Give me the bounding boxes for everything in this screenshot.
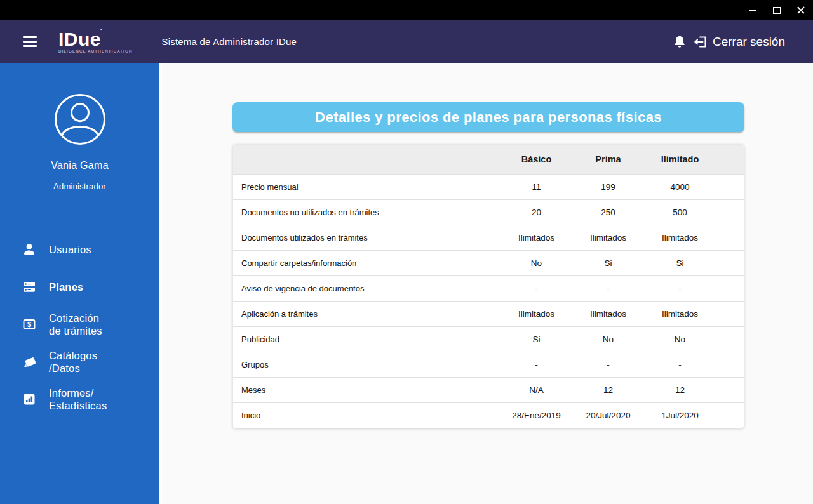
table-row: Documentos no utilizados en trámites 20 … bbox=[233, 199, 744, 225]
table-row: Grupos - - - bbox=[233, 352, 744, 377]
row-label: Inicio bbox=[233, 402, 501, 428]
row-label: Aplicación a trámites bbox=[233, 301, 501, 326]
cell-basico: - bbox=[501, 275, 572, 301]
cell-ilimitado: 12 bbox=[644, 377, 716, 402]
row-label: Publicidad bbox=[233, 326, 501, 352]
cell-ilimitado: 4000 bbox=[644, 174, 716, 199]
row-label: Meses bbox=[233, 377, 501, 402]
quote-icon: $ bbox=[22, 317, 37, 332]
hamburger-menu-button[interactable] bbox=[20, 34, 39, 50]
cell-prima: 250 bbox=[572, 199, 644, 225]
sidebar-item-catalogos[interactable]: Catálogos /Datos bbox=[0, 349, 159, 375]
brand-tagline: DILIGENCE AUTHENTICATION bbox=[58, 50, 133, 53]
cell-basico: Ilimitados bbox=[501, 301, 572, 326]
sidebar-item-planes[interactable]: Planes bbox=[0, 274, 159, 300]
plans-table-card: Básico Prima Ilimitado Precio mensual 11… bbox=[232, 144, 744, 428]
minimize-icon bbox=[749, 10, 756, 11]
svg-text:$: $ bbox=[27, 321, 31, 328]
row-label: Grupos bbox=[233, 352, 501, 377]
page-title: Detalles y precios de planes para person… bbox=[315, 109, 662, 126]
sidebar: Vania Gama Administrador Usuarios bbox=[0, 63, 159, 504]
maximize-button[interactable] bbox=[765, 0, 789, 20]
notifications-button[interactable] bbox=[673, 35, 687, 49]
cell-ilimitado: - bbox=[644, 352, 716, 377]
app-title: Sistema de Administrador IDue bbox=[162, 36, 297, 47]
cell-basico: 20 bbox=[501, 199, 572, 225]
menu-icon bbox=[23, 36, 37, 38]
cell-ilimitado: - bbox=[644, 275, 716, 301]
table-row: Meses N/A 12 12 bbox=[233, 377, 744, 402]
logout-button[interactable]: Cerrar sesión bbox=[693, 34, 785, 50]
minimize-button[interactable] bbox=[741, 0, 765, 20]
sidebar-item-cotizacion[interactable]: $ Cotización de trámites bbox=[0, 312, 159, 337]
brand-name: IDue bbox=[58, 30, 101, 49]
cell-prima: Ilimitados bbox=[572, 225, 644, 250]
cell-basico: Si bbox=[501, 326, 572, 352]
users-icon bbox=[22, 242, 37, 257]
table-row: Compartir carpetas/información No Si Si bbox=[233, 250, 744, 275]
page-title-banner: Detalles y precios de planes para person… bbox=[232, 102, 744, 132]
main-content: Detalles y precios de planes para person… bbox=[162, 63, 813, 504]
cell-prima: Si bbox=[572, 250, 644, 275]
cell-basico: N/A bbox=[501, 377, 572, 402]
row-label: Precio mensual bbox=[233, 174, 501, 199]
sidebar-item-label: Usuarios bbox=[49, 243, 91, 256]
cell-prima: Ilimitados bbox=[572, 301, 644, 326]
sidebar-item-informes[interactable]: Informes/ Estadísticas bbox=[0, 387, 159, 412]
table-row: Inicio 28/Ene/2019 20/Jul/2020 1Jul/2020 bbox=[233, 402, 744, 428]
cell-ilimitado: 1Jul/2020 bbox=[644, 402, 716, 428]
cell-basico: No bbox=[501, 250, 572, 275]
cell-prima: No bbox=[572, 326, 644, 352]
sidebar-item-label: Catálogos /Datos bbox=[49, 349, 97, 375]
logout-label: Cerrar sesión bbox=[713, 35, 785, 49]
cell-prima: - bbox=[572, 352, 644, 377]
brand-logo: IDue´ DILIGENCE AUTHENTICATION bbox=[58, 30, 133, 53]
close-button[interactable] bbox=[789, 0, 813, 20]
maximize-icon bbox=[773, 7, 781, 14]
sidebar-item-usuarios[interactable]: Usuarios bbox=[0, 237, 159, 262]
row-label: Aviso de vigencia de documentos bbox=[233, 275, 501, 301]
table-row: Aplicación a trámites Ilimitados Ilimita… bbox=[233, 301, 744, 326]
table-row: Aviso de vigencia de documentos - - - bbox=[233, 275, 744, 301]
brand-mark: ´ bbox=[100, 28, 103, 38]
cell-prima: 12 bbox=[572, 377, 644, 402]
row-label: Documentos utilizados en trámites bbox=[233, 225, 501, 250]
catalogs-icon bbox=[22, 354, 37, 369]
cell-ilimitado: Ilimitados bbox=[644, 301, 716, 326]
table-row: Documentos utilizados en trámites Ilimit… bbox=[233, 225, 744, 250]
table-row: Publicidad Si No No bbox=[233, 326, 744, 352]
bell-icon bbox=[673, 35, 687, 49]
plans-icon bbox=[22, 279, 37, 295]
cell-basico: - bbox=[501, 352, 572, 377]
table-row: Precio mensual 11 199 4000 bbox=[233, 174, 744, 199]
sidebar-item-label: Informes/ Estadísticas bbox=[49, 387, 107, 412]
header-actions: Cerrar sesión bbox=[673, 34, 785, 50]
cell-prima: 199 bbox=[572, 174, 644, 199]
cell-basico: Ilimitados bbox=[501, 225, 572, 250]
window-titlebar bbox=[0, 0, 813, 20]
user-role: Administrador bbox=[0, 182, 159, 191]
row-label: Compartir carpetas/información bbox=[233, 250, 501, 275]
cell-prima: 20/Jul/2020 bbox=[572, 402, 644, 428]
column-header-spacer bbox=[716, 145, 744, 174]
cell-prima: - bbox=[572, 275, 644, 301]
sidebar-menu: Usuarios Planes bbox=[0, 237, 159, 412]
sidebar-item-label: Cotización de trámites bbox=[49, 312, 102, 337]
cell-ilimitado: Si bbox=[644, 250, 716, 275]
row-label: Documentos no utilizados en trámites bbox=[233, 199, 501, 225]
logout-icon bbox=[693, 34, 708, 50]
table-header-row: Básico Prima Ilimitado bbox=[233, 145, 744, 174]
app-header: IDue´ DILIGENCE AUTHENTICATION Sistema d… bbox=[0, 20, 813, 63]
column-header-prima: Prima bbox=[572, 145, 644, 174]
plans-table: Básico Prima Ilimitado Precio mensual 11… bbox=[233, 145, 744, 428]
cell-basico: 11 bbox=[501, 174, 572, 199]
app-shell: Vania Gama Administrador Usuarios bbox=[0, 63, 813, 504]
cell-ilimitado: 500 bbox=[644, 199, 716, 225]
column-header-empty bbox=[233, 145, 501, 174]
column-header-basico: Básico bbox=[501, 145, 572, 174]
close-icon bbox=[796, 6, 805, 15]
avatar bbox=[53, 92, 107, 147]
cell-ilimitado: No bbox=[644, 326, 716, 352]
user-name: Vania Gama bbox=[0, 160, 159, 171]
column-header-ilimitado: Ilimitado bbox=[644, 145, 716, 174]
